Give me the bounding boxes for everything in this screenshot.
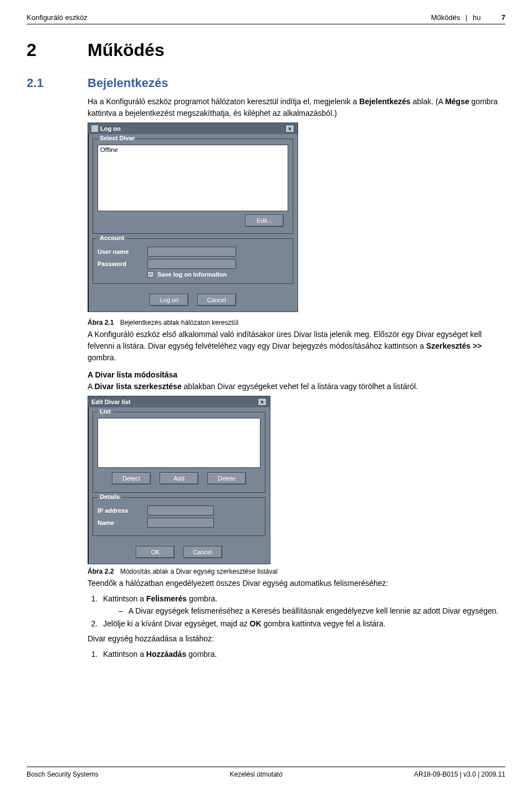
details-group-label: Details	[98, 493, 122, 500]
select-divar-group: Select Divar Offline Edit...	[93, 139, 293, 234]
edit-divar-title: Edit Divar list	[91, 399, 130, 405]
save-logon-label: Save log on information	[157, 271, 227, 278]
edit-button[interactable]: Edit...	[245, 215, 284, 227]
logon-dialog: Log on × Select Divar Offline Edit... Ac…	[88, 123, 298, 312]
password-label: Password	[98, 261, 147, 267]
logon-button[interactable]: Log on	[150, 294, 188, 306]
edit-divar-titlebar: Edit Divar list ×	[88, 396, 270, 407]
section-number: 2	[27, 40, 88, 60]
page-header: Konfiguráló eszköz Működés | hu 7	[27, 13, 505, 24]
password-field[interactable]	[147, 259, 236, 269]
paragraph-divar-list: A Divar lista szerkesztése ablakban Diva…	[88, 381, 505, 392]
steps-list-2: Kattintson a Hozzáadás gombra.	[88, 648, 505, 660]
ok-button[interactable]: OK	[136, 546, 175, 558]
footer-right: AR18-09-B015 | v3.0 | 2009.11	[414, 770, 505, 778]
username-field[interactable]	[147, 247, 236, 257]
ip-label: IP address	[98, 507, 147, 514]
details-group: Details IP address Name	[93, 497, 265, 536]
close-icon[interactable]: ×	[258, 398, 267, 406]
username-label: User name	[98, 248, 147, 255]
figure2-caption: Ábra 2.2 Módosítás ablak a Divar egység …	[88, 568, 505, 575]
subsection-number: 2.1	[27, 76, 88, 90]
footer-center: Kezelési útmutató	[229, 770, 282, 778]
header-left: Konfiguráló eszköz	[27, 13, 88, 22]
logon-title: Log on	[100, 125, 121, 132]
account-group: Account User name Password ✓ Save log on…	[93, 238, 293, 284]
divar-list-mod-heading: A Divar lista módosítása	[88, 369, 505, 381]
close-icon[interactable]: ×	[285, 125, 294, 132]
subsection-title: Bejelentkezés	[88, 76, 168, 90]
footer-left: Bosch Security Systems	[27, 770, 98, 778]
save-logon-checkbox[interactable]: ✓	[147, 271, 154, 278]
name-label: Name	[98, 519, 147, 526]
cancel-button[interactable]: Cancel	[197, 294, 236, 306]
section-title: Működés	[88, 40, 165, 60]
intro-paragraph: Ha a Konfiguráló eszköz programot hálóza…	[88, 96, 505, 119]
list-item[interactable]: Offline	[100, 146, 285, 153]
edit-divar-dialog: Edit Divar list × List Detect Add Delete…	[88, 396, 270, 564]
list-item: Kattintson a Hozzáadás gombra.	[100, 648, 505, 660]
edit-divar-listbox[interactable]	[98, 418, 260, 468]
list-item: Kattintson a Felismerés gombra. A Divar …	[100, 593, 505, 617]
figure1-caption: Ábra 2.1 Bejelentkezés ablak hálózaton k…	[88, 319, 505, 326]
header-right: Működés | hu 7	[428, 13, 505, 22]
page-footer: Bosch Security Systems Kezelési útmutató…	[27, 767, 505, 778]
list-subitem: A Divar egységek felismeréséhez a Keresé…	[119, 605, 505, 617]
logon-titlebar: Log on ×	[88, 123, 298, 134]
steps-lead-2: Divar egység hozzáadása a listához:	[88, 633, 505, 645]
app-icon	[91, 125, 98, 132]
list-group: List Detect Add Delete	[93, 412, 265, 493]
list-item: Jelölje ki a kívánt Divar egységet, majd…	[100, 617, 505, 630]
select-divar-label: Select Divar	[98, 135, 137, 141]
name-field[interactable]	[147, 518, 214, 528]
list-group-label: List	[98, 408, 113, 415]
paragraph-after-fig1: A Konfiguráló eszköz első alkalommal val…	[88, 329, 505, 364]
account-label: Account	[98, 234, 126, 241]
detect-button[interactable]: Detect	[112, 472, 151, 484]
add-button[interactable]: Add	[160, 472, 198, 484]
cancel-button[interactable]: Cancel	[183, 546, 222, 558]
steps-list-1: Kattintson a Felismerés gombra. A Divar …	[88, 593, 505, 630]
steps-lead: Teendők a hálózatban engedélyezett össze…	[88, 578, 505, 589]
delete-button[interactable]: Delete	[207, 472, 246, 484]
ip-field[interactable]	[147, 506, 214, 516]
divar-listbox[interactable]: Offline	[98, 145, 288, 211]
